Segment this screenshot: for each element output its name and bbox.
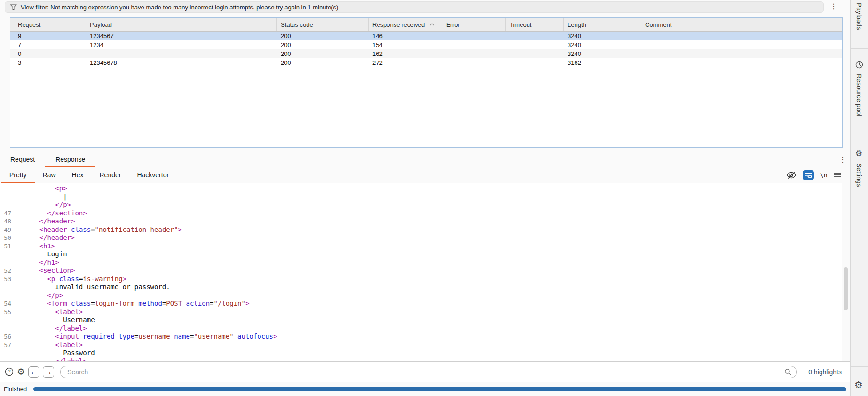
column-header-comment[interactable]: Comment	[641, 18, 836, 31]
editor-scrollbar-thumb[interactable]	[844, 267, 848, 310]
column-header-response-received[interactable]: Response received	[369, 18, 442, 31]
tab-pretty[interactable]: Pretty	[1, 168, 35, 183]
attack-status-label: Finished	[4, 386, 27, 393]
line-number: 49	[0, 226, 11, 234]
cell-length: 3240	[564, 32, 641, 40]
column-header-timeout[interactable]: Timeout	[506, 18, 564, 31]
sidebar-item-resource-pool[interactable]: Resource pool	[855, 74, 863, 116]
column-header-length[interactable]: Length	[564, 18, 641, 31]
line-number	[0, 283, 11, 292]
sidebar-divider	[851, 366, 868, 367]
attack-progress-bar	[33, 387, 846, 391]
code-line: |	[0, 193, 842, 201]
results-menu-kebab-icon[interactable]: ⋮	[829, 1, 838, 12]
result-row-request-0[interactable]: 02001623240	[10, 49, 842, 58]
line-number: 50	[0, 234, 11, 242]
code-text: </section>	[15, 209, 87, 218]
code-line: <p>	[0, 184, 842, 193]
code-line: 55 <label>	[0, 308, 842, 317]
cell-response-received: 162	[369, 50, 442, 57]
code-line: 52 <section>	[0, 267, 842, 275]
next-match-button[interactable]: →	[43, 366, 54, 378]
result-row-request-3[interactable]: 3123456782002723162	[10, 58, 842, 67]
line-number: 52	[0, 267, 11, 275]
help-icon[interactable]: ?	[5, 367, 14, 376]
cell-response-received: 272	[369, 59, 442, 66]
response-pretty-code-view[interactable]: <p> | </p>47 </section>48 </header>49 <h…	[0, 183, 842, 361]
editor-hamburger-menu-icon[interactable]	[834, 172, 841, 178]
line-number: 47	[0, 209, 11, 218]
previous-match-button[interactable]: ←	[28, 366, 39, 378]
code-line: 49 <header class="notification-header">	[0, 226, 842, 234]
code-line: Password	[0, 349, 842, 357]
line-number: 55	[0, 308, 11, 317]
line-number	[0, 349, 11, 357]
code-text: <p class=is-warning>	[15, 275, 126, 284]
line-number: 56	[0, 333, 11, 341]
editor-menu-kebab-icon[interactable]: ⋮	[838, 155, 847, 165]
cell-status-code: 200	[277, 32, 369, 40]
code-line: </h1>	[0, 259, 842, 267]
search-input[interactable]	[60, 366, 797, 378]
code-text: Password	[15, 349, 95, 357]
collapsed-panels-sidebar: Payloads Resource pool ⚙ Settings ⚙	[850, 0, 868, 396]
code-text: </header>	[15, 217, 75, 226]
line-number	[0, 259, 11, 267]
tab-raw[interactable]: Raw	[35, 168, 64, 183]
search-settings-gear-icon[interactable]: ⚙	[17, 367, 25, 376]
magnifier-icon[interactable]	[784, 368, 792, 376]
view-filter-bar[interactable]: View filter: Not matching expression you…	[5, 1, 824, 13]
code-text: </label>	[15, 357, 87, 362]
code-line: 54 <form class=login-form method=POST ac…	[0, 300, 842, 308]
tab-hackvertor[interactable]: Hackvertor	[129, 168, 177, 183]
cell-request: 3	[10, 59, 86, 66]
message-editor-tabs: RequestResponse	[0, 153, 95, 167]
line-number: 57	[0, 341, 11, 349]
word-wrap-icon[interactable]	[803, 170, 814, 180]
column-header-status-code[interactable]: Status code	[277, 18, 369, 31]
cell-status-code: 200	[277, 59, 369, 66]
result-row-request-9[interactable]: 912345672001463240	[10, 32, 842, 40]
code-text: <p>	[15, 184, 67, 193]
column-header-label: Payload	[90, 21, 112, 28]
column-header-request[interactable]: Request	[10, 18, 86, 31]
code-line: </label>	[0, 325, 842, 333]
svg-text:?: ?	[8, 369, 10, 374]
line-number: 51	[0, 242, 11, 251]
eye-off-icon[interactable]	[786, 171, 797, 179]
sidebar-divider	[851, 48, 868, 49]
results-table-body: 9123456720014632407123420015432400200162…	[10, 32, 842, 67]
cell-response-received: 146	[369, 32, 442, 40]
code-line: </label>	[0, 357, 842, 362]
cell-payload: 12345678	[86, 59, 277, 66]
tab-request[interactable]: Request	[0, 153, 45, 167]
view-mode-tabs: PrettyRawHexRenderHackvertor	[1, 168, 177, 183]
cell-length: 3162	[564, 59, 641, 66]
line-number	[0, 184, 11, 193]
sidebar-item-payloads[interactable]: Payloads	[855, 3, 863, 30]
result-row-request-7[interactable]: 712342001543240	[10, 40, 842, 49]
code-text: </p>	[15, 292, 63, 300]
tab-render[interactable]: Render	[92, 168, 129, 183]
column-header-payload[interactable]: Payload	[86, 18, 277, 31]
resource-pool-clock-icon[interactable]	[855, 61, 863, 69]
tab-hex[interactable]: Hex	[64, 168, 92, 183]
cell-status-code: 200	[277, 41, 369, 48]
code-line: 50 </header>	[0, 234, 842, 242]
settings-gear-icon[interactable]: ⚙	[855, 150, 862, 158]
cell-status-code: 200	[277, 50, 369, 57]
code-line: 53 <p class=is-warning>	[0, 275, 842, 284]
cell-request: 7	[10, 41, 86, 48]
code-text: <label>	[15, 308, 83, 317]
show-newlines-icon[interactable]: \n	[820, 172, 828, 179]
column-header-error[interactable]: Error	[442, 18, 506, 31]
bottom-settings-gear-icon[interactable]: ⚙	[854, 380, 863, 389]
column-header-label: Length	[568, 21, 586, 28]
code-line: 51 <h1>	[0, 242, 842, 251]
cell-payload: 1234	[86, 41, 277, 48]
tab-response[interactable]: Response	[45, 153, 95, 167]
code-text: </h1>	[15, 259, 59, 267]
sidebar-item-settings[interactable]: Settings	[855, 163, 863, 187]
code-text: <h1>	[15, 242, 55, 251]
highlights-count: 0 highlights	[808, 368, 842, 376]
